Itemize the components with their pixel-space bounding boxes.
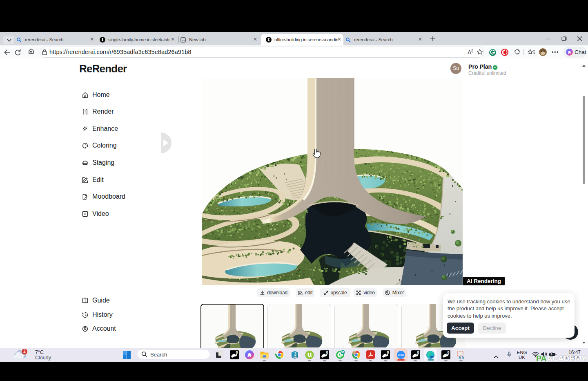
svg-text:MAX: MAX (293, 356, 297, 358)
svg-text:A: A (468, 49, 472, 56)
svg-text:zoom: zoom (398, 354, 404, 356)
svg-text:58: 58 (341, 351, 345, 354)
